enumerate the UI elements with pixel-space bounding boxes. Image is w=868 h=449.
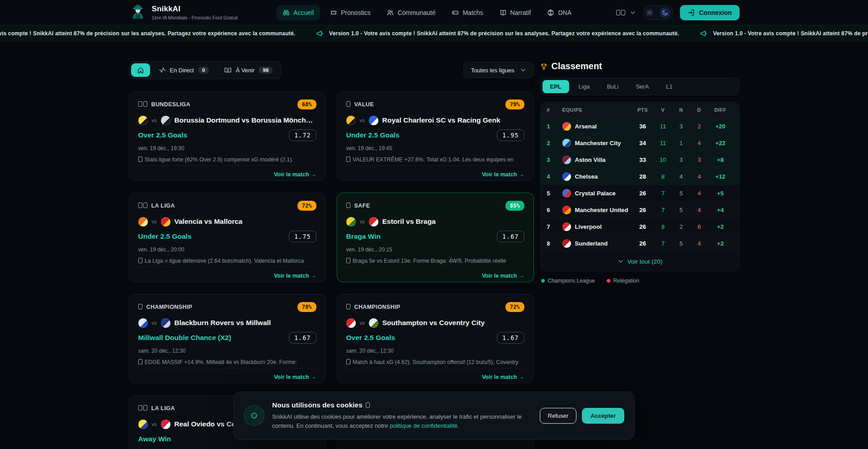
col-pts: PTS	[632, 107, 654, 113]
league-label: CHAMPIONSHIP	[138, 304, 193, 310]
confidence-badge: 85%	[505, 201, 524, 211]
view-match-link[interactable]: Voir le match →	[482, 273, 524, 279]
megaphone-icon	[316, 30, 323, 37]
standings-row[interactable]: 1 Arsenal 36 11 3 2 +20	[541, 118, 739, 134]
standings-row[interactable]: 5 Crystal Palace 26 7 5 4 +5	[541, 184, 739, 201]
team-points: 28	[632, 173, 654, 180]
standings-row[interactable]: 3 Aston Villa 33 10 3 3 +8	[541, 151, 739, 168]
filter-upcoming[interactable]: À Venir 98	[217, 66, 279, 74]
team-goal-diff: +8	[708, 156, 733, 163]
prediction-label: Away Win	[138, 435, 171, 443]
prediction-label: Braga Win	[346, 232, 381, 241]
filter-live[interactable]: En Direct 0	[152, 66, 216, 74]
match-card[interactable]: CHAMPIONSHIP 78% vs Blackburn Rovers vs …	[129, 294, 326, 383]
league-label: SAFE	[346, 203, 370, 209]
nav-item-pronostics[interactable]: Pronostics	[324, 5, 377, 20]
team-points: 26	[632, 240, 654, 247]
cookie-icon	[244, 405, 264, 426]
team-draws: 5	[672, 240, 690, 247]
view-match-link[interactable]: Voir le match →	[482, 171, 524, 178]
match-card[interactable]: CHAMPIONSHIP 72% vs Southampton vs Coven…	[337, 294, 534, 383]
team-name: Aston Villa	[575, 156, 606, 163]
legend-label: Relégation	[613, 278, 639, 284]
team-wins: 7	[654, 240, 672, 247]
match-teams: Blackburn Rovers vs Millwall	[175, 319, 271, 327]
home-icon	[137, 66, 144, 74]
view-match-link[interactable]: Voir le match →	[274, 374, 316, 380]
home-team-crest-icon	[346, 217, 356, 227]
nav-item-accueil[interactable]: Accueil	[276, 5, 320, 20]
standings-table-header: # ÉQUIPE PTS V N D DIFF	[541, 102, 739, 118]
home-filter-button[interactable]	[131, 63, 150, 77]
match-teams: Southampton vs Coventry City	[382, 319, 485, 327]
nav-item-dna[interactable]: DNA	[541, 5, 578, 20]
standings-league-tabs: EPLLigaBuLiSerAL1	[540, 78, 740, 95]
nav-item-label: Pronostics	[341, 9, 370, 16]
nav-item-label: Narratif	[510, 9, 531, 16]
emoji-placeholder-icon	[346, 359, 350, 364]
login-icon	[688, 9, 695, 16]
team-draws: 2	[672, 223, 690, 230]
view-all-button[interactable]: Voir tout (20)	[541, 251, 739, 271]
standings-panel: Classement EPLLigaBuLiSerAL1 # ÉQUIPE PT…	[540, 61, 740, 284]
tab-sera[interactable]: SerA	[628, 80, 656, 93]
view-match-link[interactable]: Voir le match →	[482, 374, 524, 380]
emoji-placeholder-icon	[143, 101, 147, 107]
odds-value: 1.75	[289, 231, 316, 242]
team-position: 8	[547, 240, 562, 247]
language-selector[interactable]	[616, 9, 637, 17]
team-losses: 4	[690, 240, 708, 247]
team-losses: 4	[690, 140, 708, 147]
team-losses: 4	[690, 190, 708, 197]
emoji-placeholder-icon	[138, 405, 142, 411]
analysis-text: Braga 5e vs Estoril 13e. Forme Braga: 4W…	[346, 257, 524, 267]
theme-toggle[interactable]	[643, 5, 673, 20]
team-position: 7	[547, 223, 562, 230]
confidence-badge: 72%	[505, 302, 524, 312]
team-goal-diff: +22	[708, 140, 733, 147]
match-teams: Borussia Dortmund vs Borussia Mönchengla…	[175, 116, 316, 124]
away-team-crest-icon	[369, 318, 378, 328]
cookie-text: SnikkAI utilise des cookies pour amélior…	[272, 412, 532, 430]
odds-value: 1.67	[497, 231, 524, 242]
connexion-button[interactable]: Connexion	[680, 5, 739, 20]
col-wins: V	[654, 107, 672, 113]
standings-row[interactable]: 7 Liverpool 26 8 2 6 +2	[541, 218, 739, 235]
accept-cookies-button[interactable]: Accepter	[582, 408, 624, 424]
nav-item-matchs[interactable]: Matchs	[445, 5, 489, 20]
match-teams: Valencia vs Mallorca	[175, 217, 243, 226]
match-card[interactable]: BUNDESLIGA 68% vs Borussia Dortmund vs B…	[129, 91, 326, 181]
view-match-link[interactable]: Voir le match →	[274, 273, 316, 279]
view-match-link[interactable]: Voir le match →	[274, 171, 316, 178]
confidence-badge: 79%	[505, 99, 524, 109]
match-datetime: sam. 20 déc., 12:30	[138, 348, 316, 354]
tab-liga[interactable]: Liga	[571, 80, 598, 93]
refuse-cookies-button[interactable]: Refuser	[540, 408, 577, 424]
emoji-placeholder-icon	[138, 203, 142, 208]
privacy-policy-link[interactable]: politique de confidentialité	[390, 422, 458, 429]
league-filter-dropdown[interactable]: Toutes les ligues	[463, 62, 533, 78]
team-wins: 7	[654, 190, 672, 197]
match-card[interactable]: LA LIGA 72% vs Valencia vs Mallorca Unde…	[129, 193, 326, 282]
standings-row[interactable]: 8 Sunderland 26 7 5 4 +2	[541, 235, 739, 251]
tab-epl[interactable]: EPL	[542, 80, 569, 93]
nav-item-narratif[interactable]: Narratif	[493, 5, 538, 20]
standings-row[interactable]: 2 Manchester City 34 11 1 4 +22	[541, 134, 739, 151]
team-goal-diff: +20	[708, 123, 733, 130]
home-team-crest-icon	[346, 318, 356, 328]
match-teams: Estoril vs Braga	[382, 217, 436, 226]
standings-row[interactable]: 4 Chelsea 28 8 4 4 +12	[541, 168, 739, 184]
chevron-down-icon	[519, 66, 527, 74]
nav-item-communauté[interactable]: Communauté	[380, 5, 442, 20]
standings-legend: Champions League Relégation	[540, 278, 740, 284]
prediction-label: Under 2.5 Goals	[346, 131, 400, 139]
standings-row[interactable]: 6 Manchester United 26 7 5 4 +4	[541, 201, 739, 218]
match-card[interactable]: SAFE 85% vs Estoril vs Braga Braga Win 1…	[337, 193, 534, 282]
team-goal-diff: +12	[708, 173, 733, 180]
matches-section: En Direct 0 À Venir 98 Toutes les ligues…	[129, 61, 534, 449]
tab-buli[interactable]: BuLi	[599, 80, 626, 93]
tab-l1[interactable]: L1	[658, 80, 680, 93]
prediction-label: Over 2.5 Goals	[138, 131, 188, 139]
match-card[interactable]: VALUE 79% vs Royal Charleroi SC vs Racin…	[337, 91, 534, 181]
col-diff: DIFF	[708, 107, 733, 113]
